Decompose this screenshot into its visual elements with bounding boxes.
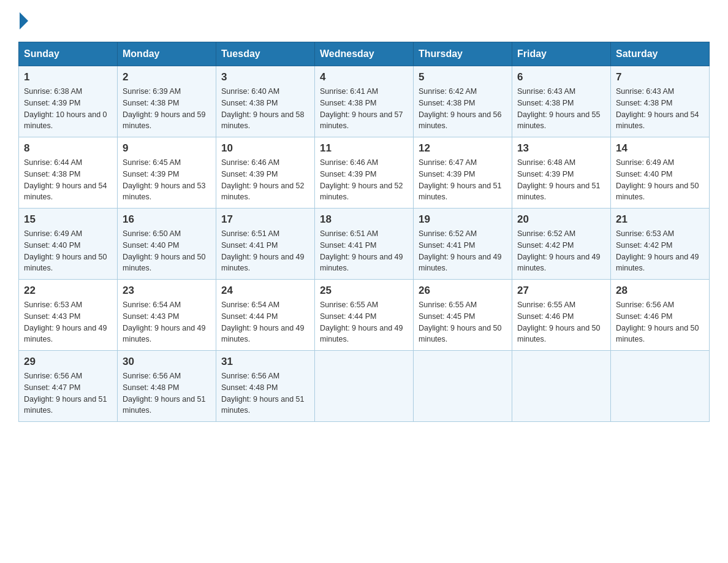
weekday-header-row: SundayMondayTuesdayWednesdayThursdayFrid… — [19, 42, 710, 66]
day-info: Sunrise: 6:40 AM Sunset: 4:38 PM Dayligh… — [221, 86, 309, 132]
day-number: 26 — [419, 285, 507, 297]
calendar-body: 1 Sunrise: 6:38 AM Sunset: 4:39 PM Dayli… — [19, 66, 710, 422]
day-number: 27 — [517, 285, 605, 297]
day-info: Sunrise: 6:49 AM Sunset: 4:40 PM Dayligh… — [24, 228, 112, 274]
day-info: Sunrise: 6:54 AM Sunset: 4:43 PM Dayligh… — [123, 299, 211, 345]
day-info: Sunrise: 6:39 AM Sunset: 4:38 PM Dayligh… — [123, 86, 211, 132]
day-info: Sunrise: 6:46 AM Sunset: 4:39 PM Dayligh… — [221, 157, 309, 203]
day-number: 20 — [517, 213, 605, 226]
day-number: 25 — [320, 285, 408, 297]
weekday-header-thursday: Thursday — [414, 42, 512, 66]
day-info: Sunrise: 6:51 AM Sunset: 4:41 PM Dayligh… — [320, 228, 408, 274]
page-header — [18, 12, 710, 29]
day-info: Sunrise: 6:44 AM Sunset: 4:38 PM Dayligh… — [24, 157, 112, 203]
day-number: 9 — [123, 142, 211, 155]
day-number: 21 — [616, 213, 704, 226]
calendar-week-row: 1 Sunrise: 6:38 AM Sunset: 4:39 PM Dayli… — [19, 66, 710, 137]
day-info: Sunrise: 6:43 AM Sunset: 4:38 PM Dayligh… — [517, 86, 605, 132]
calendar-cell: 10 Sunrise: 6:46 AM Sunset: 4:39 PM Dayl… — [216, 137, 315, 209]
day-number: 5 — [419, 71, 507, 83]
calendar-cell: 26 Sunrise: 6:55 AM Sunset: 4:45 PM Dayl… — [414, 280, 512, 351]
calendar-cell: 24 Sunrise: 6:54 AM Sunset: 4:44 PM Dayl… — [216, 280, 315, 351]
day-info: Sunrise: 6:53 AM Sunset: 4:42 PM Dayligh… — [616, 228, 704, 274]
day-number: 23 — [123, 285, 211, 297]
calendar-cell: 5 Sunrise: 6:42 AM Sunset: 4:38 PM Dayli… — [414, 66, 512, 137]
calendar-cell: 18 Sunrise: 6:51 AM Sunset: 4:41 PM Dayl… — [315, 209, 414, 280]
calendar-header: SundayMondayTuesdayWednesdayThursdayFrid… — [19, 42, 710, 66]
day-number: 1 — [24, 71, 112, 83]
weekday-header-wednesday: Wednesday — [315, 42, 414, 66]
day-info: Sunrise: 6:43 AM Sunset: 4:38 PM Dayligh… — [616, 86, 704, 132]
day-number: 7 — [616, 71, 704, 83]
calendar-cell: 12 Sunrise: 6:47 AM Sunset: 4:39 PM Dayl… — [414, 137, 512, 209]
calendar-week-row: 22 Sunrise: 6:53 AM Sunset: 4:43 PM Dayl… — [19, 280, 710, 351]
day-number: 4 — [320, 71, 408, 83]
day-info: Sunrise: 6:45 AM Sunset: 4:39 PM Dayligh… — [123, 157, 211, 203]
day-info: Sunrise: 6:55 AM Sunset: 4:46 PM Dayligh… — [517, 299, 605, 345]
calendar-cell — [315, 351, 414, 422]
day-info: Sunrise: 6:50 AM Sunset: 4:40 PM Dayligh… — [123, 228, 211, 274]
day-info: Sunrise: 6:42 AM Sunset: 4:38 PM Dayligh… — [419, 86, 507, 132]
calendar-cell — [611, 351, 710, 422]
day-number: 8 — [24, 142, 112, 155]
day-info: Sunrise: 6:56 AM Sunset: 4:48 PM Dayligh… — [123, 370, 211, 416]
day-number: 2 — [123, 71, 211, 83]
calendar-cell — [414, 351, 512, 422]
day-number: 17 — [221, 213, 309, 226]
day-number: 15 — [24, 213, 112, 226]
day-number: 16 — [123, 213, 211, 226]
calendar-cell: 25 Sunrise: 6:55 AM Sunset: 4:44 PM Dayl… — [315, 280, 414, 351]
calendar-cell: 11 Sunrise: 6:46 AM Sunset: 4:39 PM Dayl… — [315, 137, 414, 209]
day-info: Sunrise: 6:47 AM Sunset: 4:39 PM Dayligh… — [419, 157, 507, 203]
calendar-cell — [512, 351, 611, 422]
calendar-cell: 8 Sunrise: 6:44 AM Sunset: 4:38 PM Dayli… — [19, 137, 118, 209]
calendar-cell: 19 Sunrise: 6:52 AM Sunset: 4:41 PM Dayl… — [414, 209, 512, 280]
logo-triangle-icon — [20, 12, 28, 29]
calendar-week-row: 15 Sunrise: 6:49 AM Sunset: 4:40 PM Dayl… — [19, 209, 710, 280]
day-number: 18 — [320, 213, 408, 226]
calendar-cell: 9 Sunrise: 6:45 AM Sunset: 4:39 PM Dayli… — [118, 137, 216, 209]
calendar-cell: 21 Sunrise: 6:53 AM Sunset: 4:42 PM Dayl… — [611, 209, 710, 280]
day-info: Sunrise: 6:54 AM Sunset: 4:44 PM Dayligh… — [221, 299, 309, 345]
day-info: Sunrise: 6:41 AM Sunset: 4:38 PM Dayligh… — [320, 86, 408, 132]
day-info: Sunrise: 6:51 AM Sunset: 4:41 PM Dayligh… — [221, 228, 309, 274]
day-number: 10 — [221, 142, 309, 155]
day-number: 19 — [419, 213, 507, 226]
calendar-cell: 13 Sunrise: 6:48 AM Sunset: 4:39 PM Dayl… — [512, 137, 611, 209]
day-number: 6 — [517, 71, 605, 83]
day-info: Sunrise: 6:56 AM Sunset: 4:46 PM Dayligh… — [616, 299, 704, 345]
calendar-cell: 7 Sunrise: 6:43 AM Sunset: 4:38 PM Dayli… — [611, 66, 710, 137]
calendar-cell: 20 Sunrise: 6:52 AM Sunset: 4:42 PM Dayl… — [512, 209, 611, 280]
calendar-cell: 3 Sunrise: 6:40 AM Sunset: 4:38 PM Dayli… — [216, 66, 315, 137]
calendar-cell: 1 Sunrise: 6:38 AM Sunset: 4:39 PM Dayli… — [19, 66, 118, 137]
weekday-header-monday: Monday — [118, 42, 216, 66]
day-info: Sunrise: 6:56 AM Sunset: 4:48 PM Dayligh… — [221, 370, 309, 416]
day-number: 29 — [24, 356, 112, 368]
day-info: Sunrise: 6:49 AM Sunset: 4:40 PM Dayligh… — [616, 157, 704, 203]
calendar-cell: 14 Sunrise: 6:49 AM Sunset: 4:40 PM Dayl… — [611, 137, 710, 209]
day-number: 13 — [517, 142, 605, 155]
calendar-cell: 16 Sunrise: 6:50 AM Sunset: 4:40 PM Dayl… — [118, 209, 216, 280]
calendar-cell: 23 Sunrise: 6:54 AM Sunset: 4:43 PM Dayl… — [118, 280, 216, 351]
day-number: 14 — [616, 142, 704, 155]
day-info: Sunrise: 6:55 AM Sunset: 4:44 PM Dayligh… — [320, 299, 408, 345]
weekday-header-sunday: Sunday — [19, 42, 118, 66]
day-info: Sunrise: 6:48 AM Sunset: 4:39 PM Dayligh… — [517, 157, 605, 203]
logo — [18, 12, 29, 29]
day-number: 30 — [123, 356, 211, 368]
calendar-cell: 29 Sunrise: 6:56 AM Sunset: 4:47 PM Dayl… — [19, 351, 118, 422]
day-info: Sunrise: 6:53 AM Sunset: 4:43 PM Dayligh… — [24, 299, 112, 345]
weekday-header-tuesday: Tuesday — [216, 42, 315, 66]
day-number: 28 — [616, 285, 704, 297]
day-number: 3 — [221, 71, 309, 83]
calendar-table: SundayMondayTuesdayWednesdayThursdayFrid… — [18, 42, 710, 422]
calendar-cell: 4 Sunrise: 6:41 AM Sunset: 4:38 PM Dayli… — [315, 66, 414, 137]
day-info: Sunrise: 6:56 AM Sunset: 4:47 PM Dayligh… — [24, 370, 112, 416]
day-number: 24 — [221, 285, 309, 297]
day-number: 31 — [221, 356, 309, 368]
calendar-week-row: 29 Sunrise: 6:56 AM Sunset: 4:47 PM Dayl… — [19, 351, 710, 422]
calendar-cell: 31 Sunrise: 6:56 AM Sunset: 4:48 PM Dayl… — [216, 351, 315, 422]
day-number: 11 — [320, 142, 408, 155]
weekday-header-saturday: Saturday — [611, 42, 710, 66]
calendar-week-row: 8 Sunrise: 6:44 AM Sunset: 4:38 PM Dayli… — [19, 137, 710, 209]
